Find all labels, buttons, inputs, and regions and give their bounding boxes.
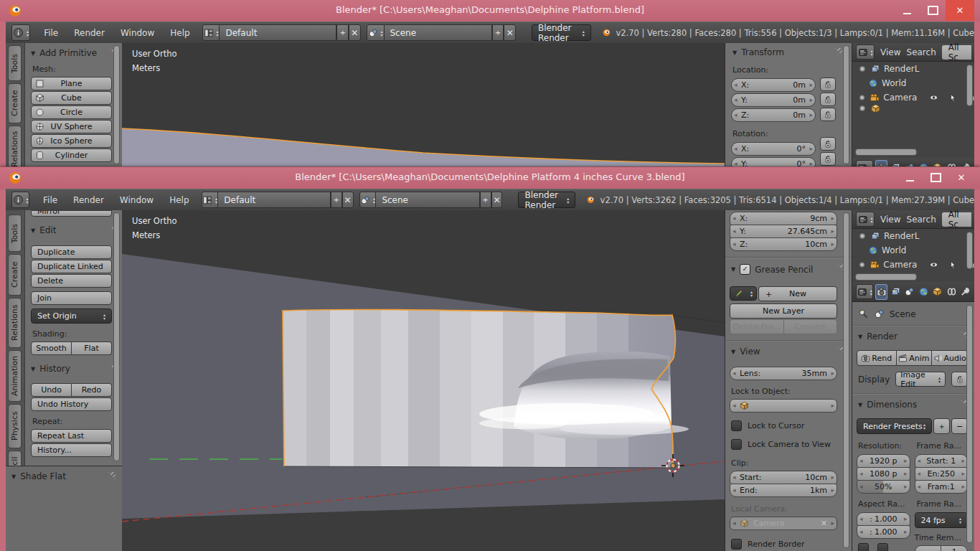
view-panel-header[interactable]: ▼View: [731, 347, 847, 357]
bottom-n-panel-scrollbar[interactable]: [843, 212, 849, 548]
top-3d-viewport[interactable]: User Ortho Meters: [122, 43, 725, 166]
outliner-v-scrollbar[interactable]: [966, 232, 973, 269]
aspect-x-field[interactable]: : 1.000: [857, 512, 910, 526]
constraints-tab[interactable]: [946, 160, 958, 167]
scene-browse-button[interactable]: ▴▾: [367, 24, 385, 41]
maximize-button[interactable]: [923, 167, 948, 188]
time-remap-new-field[interactable]: 1: [941, 545, 968, 551]
display-mode-dropdown[interactable]: Image Edit▴▾: [895, 372, 946, 387]
render-audio-button[interactable]: Audio: [932, 350, 968, 366]
rotation-y-lock-button[interactable]: [820, 152, 836, 166]
minimize-button[interactable]: [894, 0, 920, 21]
location-x-lock-button[interactable]: [820, 77, 836, 91]
scene-add-button[interactable]: ＋: [480, 192, 491, 208]
transform-panel-header[interactable]: ▼Transform: [732, 47, 844, 57]
add-plane-button[interactable]: Plane: [31, 77, 112, 90]
preset-add-button[interactable]: ＋: [933, 418, 950, 434]
scene-browse-button[interactable]: ▴▾: [359, 192, 377, 208]
outliner-filter-dropdown[interactable]: All Sc: [942, 45, 971, 60]
object-tab[interactable]: [931, 160, 943, 167]
cursor-x-field[interactable]: X:9cm: [730, 212, 837, 225]
layout-delete-button[interactable]: ✕: [349, 24, 361, 41]
layout-add-button[interactable]: ＋: [331, 192, 342, 208]
tab-tools[interactable]: Tools: [8, 215, 22, 252]
tab-animation[interactable]: Animation: [8, 350, 22, 402]
layout-browse-button[interactable]: ▴▾: [202, 24, 220, 41]
outliner-item-partial[interactable]: [852, 105, 974, 112]
layout-name-field[interactable]: Default: [220, 24, 336, 41]
grease-pencil-checkbox[interactable]: ✓: [740, 264, 750, 275]
bottom-3d-viewport[interactable]: User Ortho Meters: [122, 210, 725, 551]
properties-editor-type-button[interactable]: ▴▾: [856, 284, 873, 299]
delete-button[interactable]: Delete: [31, 274, 112, 288]
pin-icon[interactable]: [858, 309, 869, 319]
render-border-row[interactable]: Render Border: [731, 539, 852, 550]
duplicate-button[interactable]: Duplicate: [31, 245, 112, 259]
top-shelf-scrollbar[interactable]: [113, 45, 120, 164]
resolution-x-field[interactable]: 1920 p: [857, 454, 910, 468]
duplicate-linked-button[interactable]: Duplicate Linked: [31, 260, 112, 273]
edit-panel-header[interactable]: ▼Edit: [31, 225, 119, 235]
scene-tab[interactable]: [903, 160, 915, 167]
undo-history-button[interactable]: Undo History: [31, 397, 112, 411]
location-x-field[interactable]: X:0m: [731, 78, 816, 92]
outliner-editor-type-button[interactable]: ▴▾: [856, 44, 875, 60]
outliner-view-menu[interactable]: View: [880, 215, 900, 225]
selectable-pointer-icon[interactable]: [948, 260, 957, 270]
outliner-item-renderlayers[interactable]: RenderL: [852, 62, 974, 76]
rotation-y-field[interactable]: Y:0°: [731, 157, 816, 166]
lock-to-object-field[interactable]: [730, 399, 837, 413]
render-tab[interactable]: [875, 160, 887, 167]
visibility-eye-icon[interactable]: [929, 93, 938, 103]
visibility-eye-icon[interactable]: [929, 260, 938, 270]
outliner-view-menu[interactable]: View: [880, 47, 900, 57]
tab-relations[interactable]: Relations: [8, 298, 22, 348]
expand-icon[interactable]: [858, 65, 867, 73]
outliner-h-scrollbar[interactable]: [855, 273, 917, 281]
lock-camera-checkbox[interactable]: [731, 439, 742, 450]
tab-physics[interactable]: Physics: [8, 404, 22, 448]
scene-delete-button[interactable]: ✕: [491, 192, 503, 208]
grease-pencil-new-button[interactable]: ＋New: [758, 286, 837, 301]
resolution-percentage-slider[interactable]: 50%: [857, 480, 910, 494]
add-circle-button[interactable]: Circle: [31, 105, 112, 119]
location-z-field[interactable]: Z:0m: [731, 108, 816, 122]
menu-file[interactable]: File: [36, 28, 66, 38]
outliner-item-renderlayers[interactable]: RenderL: [852, 229, 974, 243]
lens-field[interactable]: Lens:35mm: [730, 367, 837, 380]
maximize-button[interactable]: [920, 0, 946, 21]
frame-step-field[interactable]: Fram:1: [915, 480, 969, 494]
bottom-shelf-scrollbar[interactable]: [113, 212, 120, 461]
rotation-x-lock-button[interactable]: [820, 137, 836, 151]
resolution-y-field[interactable]: 1080 p: [857, 467, 910, 481]
history-panel-header[interactable]: ▼History: [31, 364, 119, 374]
cursor-z-field[interactable]: Z:10cm: [730, 237, 837, 251]
render-engine-dropdown[interactable]: Blender Render▴▾: [518, 192, 575, 208]
top-n-panel-scrollbar[interactable]: [843, 45, 849, 164]
close-button[interactable]: ✕: [946, 0, 974, 21]
render-border-checkbox[interactable]: [731, 539, 742, 550]
redo-button[interactable]: Redo: [72, 383, 112, 397]
outliner-item-world[interactable]: World: [852, 243, 974, 258]
grease-pencil-panel-header[interactable]: ▼✓ Grease Pencil: [731, 264, 847, 275]
frame-end-field[interactable]: En:250: [915, 467, 969, 481]
shade-flat-button[interactable]: Flat: [72, 342, 112, 355]
expand-icon[interactable]: [858, 260, 866, 269]
tab-tools[interactable]: Tools: [8, 45, 22, 81]
border-checkbox[interactable]: [858, 543, 869, 551]
layout-add-button[interactable]: ＋: [336, 24, 349, 41]
bottom-properties-scrollbar[interactable]: [966, 305, 973, 543]
outliner-item-camera[interactable]: Camera: [852, 90, 974, 105]
scene-add-button[interactable]: ＋: [492, 24, 504, 41]
layout-browse-button[interactable]: ▴▾: [202, 192, 219, 208]
join-button[interactable]: Join: [31, 291, 112, 305]
display-lock-button[interactable]: [951, 372, 968, 387]
outliner-h-scrollbar[interactable]: [855, 149, 917, 156]
scene-name-field[interactable]: Scene: [385, 24, 492, 41]
rotation-x-field[interactable]: X:0°: [731, 142, 816, 156]
menu-render[interactable]: Render: [66, 28, 113, 38]
scene-delete-button[interactable]: ✕: [504, 24, 516, 41]
render-presets-dropdown[interactable]: Render Presets▴▾: [857, 418, 932, 434]
location-y-lock-button[interactable]: [820, 93, 836, 106]
undo-button[interactable]: Undo: [31, 383, 72, 397]
